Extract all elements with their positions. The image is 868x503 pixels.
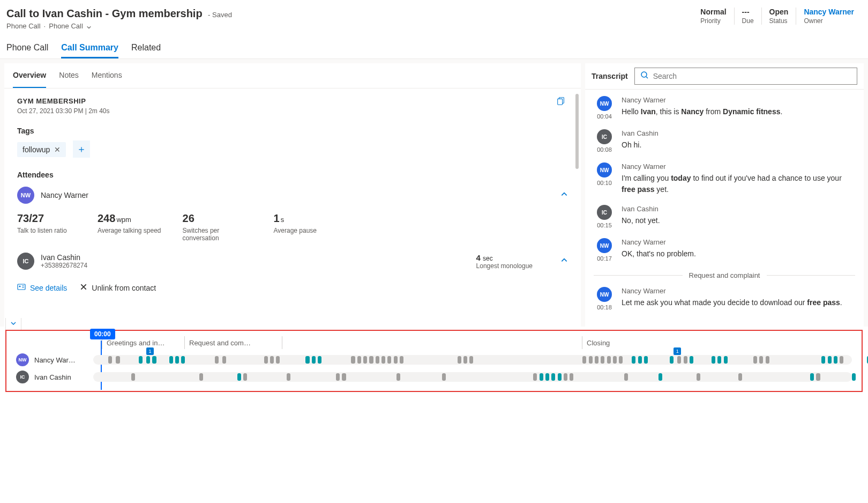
- chevron-up-icon[interactable]: [560, 190, 568, 200]
- see-details-link[interactable]: See details: [17, 283, 67, 293]
- timeline-segment[interactable]: [712, 356, 715, 364]
- timeline-segment[interactable]: [759, 356, 763, 364]
- transcript-message[interactable]: NW00:17Nancy WarnerOK, that's no problem…: [594, 238, 855, 262]
- timeline-segment[interactable]: [175, 356, 179, 364]
- meta-item[interactable]: NormalPriority: [693, 8, 734, 25]
- timeline-segment[interactable]: [834, 356, 837, 364]
- timeline-segment[interactable]: [670, 356, 674, 364]
- transcript-message[interactable]: IC00:08Ivan CashinOh hi.: [594, 129, 855, 153]
- timeline-section[interactable]: Request and com…: [184, 336, 282, 349]
- timeline-segment[interactable]: [607, 356, 611, 364]
- timeline-segment[interactable]: [381, 356, 385, 364]
- timeline-segment[interactable]: [816, 373, 820, 381]
- chevron-up-icon[interactable]: [560, 256, 568, 266]
- timeline-segment[interactable]: [644, 356, 648, 364]
- timeline-segment[interactable]: [139, 356, 143, 364]
- subtab-mentions[interactable]: Mentions: [92, 63, 122, 88]
- tab-phone-call[interactable]: Phone Call: [6, 39, 48, 58]
- timeline-segment[interactable]: [684, 356, 687, 364]
- chevron-down-icon[interactable]: [86, 24, 92, 29]
- timeline-segment[interactable]: [624, 373, 628, 381]
- unlink-link[interactable]: Unlink from contact: [80, 283, 156, 293]
- tag-chip[interactable]: followup ✕: [17, 142, 66, 157]
- timeline-segment[interactable]: [116, 356, 119, 364]
- timeline-segment[interactable]: [463, 356, 467, 364]
- attendee-row[interactable]: NW Nancy Warner: [17, 187, 568, 204]
- collapse-chevron-icon[interactable]: [5, 318, 21, 330]
- timeline-segment[interactable]: [589, 356, 593, 364]
- timeline-segment[interactable]: [387, 356, 391, 364]
- timeline-segment[interactable]: [146, 356, 150, 364]
- timeline-segment[interactable]: [558, 373, 562, 381]
- timeline-segment[interactable]: [724, 356, 728, 364]
- timeline-segment[interactable]: [351, 356, 355, 364]
- timeline-segment[interactable]: [828, 356, 832, 364]
- attendee-row[interactable]: IC Ivan Cashin +353892678274 4 sec Longe…: [17, 253, 568, 270]
- timeline-section[interactable]: Closing: [582, 336, 852, 349]
- timeline-segment[interactable]: [342, 373, 346, 381]
- subtitle[interactable]: Phone Call · Phone Call: [6, 22, 232, 30]
- timeline-segment[interactable]: [237, 373, 241, 381]
- timeline-track[interactable]: [93, 372, 852, 382]
- timeline-segment[interactable]: [108, 356, 112, 364]
- timeline-segment[interactable]: [131, 373, 135, 381]
- timeline-segment[interactable]: [632, 356, 635, 364]
- timeline-section[interactable]: [282, 336, 582, 349]
- timeline-segment[interactable]: [336, 373, 340, 381]
- timeline-segment[interactable]: [810, 373, 814, 381]
- timeline-segment[interactable]: [369, 356, 373, 364]
- timeline-segment[interactable]: [469, 356, 473, 364]
- meta-item[interactable]: ---Due: [734, 8, 761, 25]
- close-icon[interactable]: ✕: [54, 145, 61, 154]
- timeline-segment[interactable]: [582, 356, 586, 364]
- timeline-segment[interactable]: [601, 356, 604, 364]
- tab-related[interactable]: Related: [131, 39, 161, 58]
- timeline-segment[interactable]: [821, 356, 825, 364]
- copy-icon[interactable]: [556, 96, 566, 108]
- timeline-segment[interactable]: [533, 373, 537, 381]
- timeline-segment[interactable]: [540, 373, 543, 381]
- timeline-segment[interactable]: [619, 356, 623, 364]
- timeline-marker[interactable]: 1: [146, 347, 154, 355]
- timeline-segment[interactable]: [690, 356, 693, 364]
- timeline-segment[interactable]: [312, 356, 316, 364]
- timeline-segment[interactable]: [442, 373, 446, 381]
- timeline-segment[interactable]: [400, 356, 403, 364]
- timeline-segment[interactable]: [570, 373, 573, 381]
- transcript-message[interactable]: NW00:10Nancy WarnerI'm calling you today…: [594, 162, 855, 195]
- timeline-segment[interactable]: [243, 373, 247, 381]
- timeline-segment[interactable]: [152, 356, 156, 364]
- transcript-message[interactable]: NW00:04Nancy WarnerHello Ivan, this is N…: [594, 96, 855, 120]
- search-box[interactable]: [634, 68, 857, 85]
- search-input[interactable]: [653, 72, 851, 80]
- scrollbar-thumb[interactable]: [575, 94, 579, 169]
- timeline-segment[interactable]: [638, 356, 642, 364]
- timeline-segment[interactable]: [697, 373, 700, 381]
- timeline-segment[interactable]: [852, 373, 856, 381]
- timeline-segment[interactable]: [270, 356, 274, 364]
- timeline-segment[interactable]: [677, 356, 681, 364]
- timeline-segment[interactable]: [738, 373, 742, 381]
- meta-item[interactable]: Nancy WarnerOwner: [796, 8, 862, 25]
- add-tag-button[interactable]: ＋: [73, 140, 90, 158]
- meta-item[interactable]: OpenStatus: [761, 8, 796, 25]
- timeline-segment[interactable]: [363, 356, 367, 364]
- timeline-segment[interactable]: [376, 356, 379, 364]
- tab-call-summary[interactable]: Call Summary: [61, 39, 118, 58]
- timeline-marker[interactable]: 1: [674, 347, 681, 355]
- timeline-segment[interactable]: [222, 356, 226, 364]
- timeline-segment[interactable]: [396, 373, 400, 381]
- timeline-segment[interactable]: [564, 373, 567, 381]
- timeline-segment[interactable]: [613, 356, 617, 364]
- timeline-segment[interactable]: [276, 356, 280, 364]
- transcript-message[interactable]: IC00:15Ivan CashinNo, not yet.: [594, 205, 855, 228]
- timeline-segment[interactable]: [551, 373, 555, 381]
- timeline-segment[interactable]: [305, 356, 309, 364]
- timeline-segment[interactable]: [357, 356, 361, 364]
- timeline-segment[interactable]: [264, 356, 268, 364]
- timeline-segment[interactable]: [753, 356, 757, 364]
- timeline-segment[interactable]: [717, 356, 721, 364]
- timeline-track[interactable]: 11: [93, 355, 852, 365]
- subtab-overview[interactable]: Overview: [13, 63, 46, 88]
- timeline-segment[interactable]: [595, 356, 598, 364]
